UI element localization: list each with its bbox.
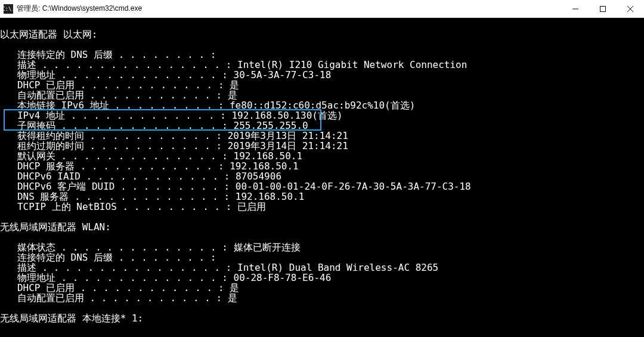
terminal-line: 本地链接 IPv6 地址 . . . . . . . . . : fe80::d…	[0, 100, 644, 110]
terminal-line: 子网掩码 . . . . . . . . . . . . . . : 255.2…	[0, 120, 644, 131]
terminal-line: DNS 服务器 . . . . . . . . . . . . . : 192.…	[0, 191, 644, 202]
minimize-icon	[572, 6, 578, 12]
terminal-line	[0, 212, 644, 222]
terminal-line: 物理地址 . . . . . . . . . . . . . . : 00-28…	[0, 273, 644, 283]
minimize-button[interactable]	[562, 0, 589, 18]
window-title: 管理员: C:\Windows\system32\cmd.exe	[17, 4, 562, 14]
close-button[interactable]	[617, 0, 644, 18]
cmd-window: C:\. 管理员: C:\Windows\system32\cmd.exe 以太…	[0, 0, 644, 337]
terminal-line: 无线局域网适配器 本地连接* 1:	[0, 313, 644, 323]
terminal-line	[0, 232, 644, 242]
terminal-line: 媒体状态 . . . . . . . . . . . . . . : 媒体已断开…	[0, 242, 644, 252]
terminal-output: 以太网适配器 以太网: 连接特定的 DNS 后缀 . . . . . . . .…	[0, 18, 644, 337]
maximize-button[interactable]	[589, 0, 617, 18]
terminal-line: DHCPv6 IAID . . . . . . . . . . . . : 87…	[0, 171, 644, 181]
terminal-line: DHCP 已启用 . . . . . . . . . . . . : 是	[0, 283, 644, 293]
terminal-line: 描述 . . . . . . . . . . . . . . . . : Int…	[0, 60, 644, 70]
close-icon	[627, 6, 633, 12]
terminal-line: 描述 . . . . . . . . . . . . . . . . : Int…	[0, 262, 644, 273]
svg-rect-1	[600, 6, 606, 11]
terminal-line: 默认网关 . . . . . . . . . . . . . . : 192.1…	[0, 151, 644, 161]
terminal-line: 租约过期的时间 . . . . . . . . . . . : 2019年3月1…	[0, 141, 644, 151]
terminal-line: DHCP 已启用 . . . . . . . . . . . . : 是	[0, 80, 644, 90]
terminal-line: 自动配置已启用 . . . . . . . . . . . : 是	[0, 90, 644, 100]
terminal-line	[0, 303, 644, 313]
terminal-line: 无线局域网适配器 WLAN:	[0, 222, 644, 232]
terminal-client-area[interactable]: 以太网适配器 以太网: 连接特定的 DNS 后缀 . . . . . . . .…	[0, 18, 644, 337]
maximize-icon	[600, 6, 606, 12]
terminal-line: 连接特定的 DNS 后缀 . . . . . . . . :	[0, 50, 644, 60]
terminal-line: 自动配置已启用 . . . . . . . . . . . : 是	[0, 293, 644, 303]
terminal-line: 连接特定的 DNS 后缀 . . . . . . . . :	[0, 252, 644, 262]
terminal-line: DHCP 服务器 . . . . . . . . . . . . : 192.1…	[0, 161, 644, 171]
terminal-line	[0, 19, 644, 29]
terminal-line	[0, 39, 644, 50]
terminal-line: IPv4 地址 . . . . . . . . . . . . . : 192.…	[0, 110, 644, 120]
terminal-line: 物理地址 . . . . . . . . . . . . . . : 30-5A…	[0, 70, 644, 80]
terminal-line: 以太网适配器 以太网:	[0, 29, 644, 39]
terminal-line: TCPIP 上的 NetBIOS . . . . . . . . . : 已启用	[0, 202, 644, 212]
terminal-line: DHCPv6 客户端 DUID . . . . . . . . . : 00-0…	[0, 181, 644, 191]
terminal-line: 获得租约的时间 . . . . . . . . . . . : 2019年3月1…	[0, 131, 644, 141]
cmd-icon: C:\.	[4, 4, 13, 14]
titlebar[interactable]: C:\. 管理员: C:\Windows\system32\cmd.exe	[0, 0, 644, 18]
